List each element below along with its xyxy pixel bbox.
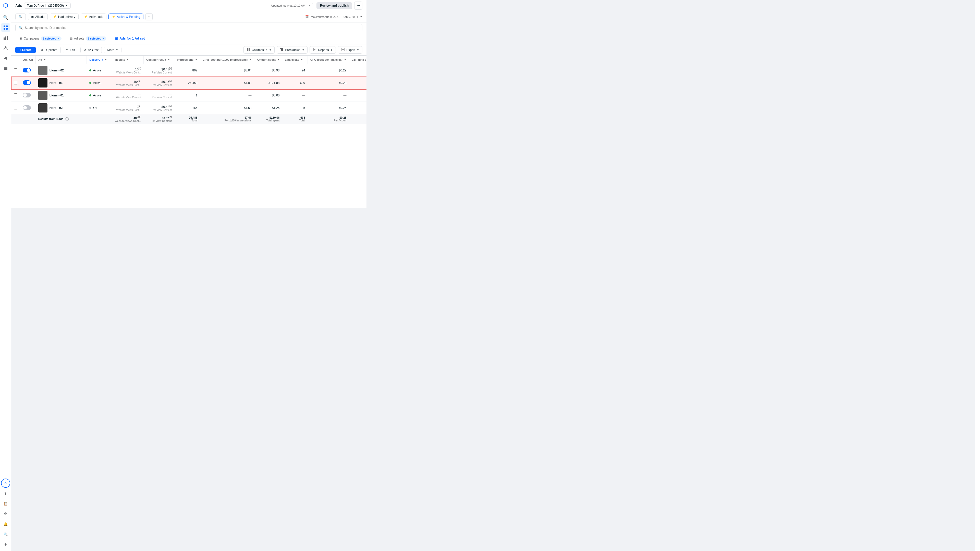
campaigns-icon: ▣ (19, 37, 22, 40)
create-button[interactable]: + Create (15, 47, 36, 53)
cpm-value: $7.03 (244, 81, 251, 85)
edit-label: Edit (70, 48, 75, 52)
toggle-cell[interactable] (20, 102, 36, 114)
refresh-button[interactable] (307, 2, 314, 9)
active-ads-filter[interactable]: ⚡ Active ads (81, 14, 107, 20)
ctr-cell: 2.78 (349, 64, 366, 77)
svg-rect-5 (5, 37, 6, 40)
cpc-value: $0.29 (339, 68, 346, 72)
toolbar-right: Columns: X ▼ Breakdown ▼ Reports ▼ (243, 46, 363, 54)
toggle-cell[interactable] (20, 64, 36, 77)
sidebar-icon-grid[interactable] (1, 23, 10, 32)
row-checkbox-cell[interactable] (11, 64, 20, 77)
sidebar-icon-menu[interactable] (1, 64, 10, 73)
row-checkbox[interactable] (14, 94, 18, 97)
ad-toggle[interactable] (23, 93, 31, 97)
more-options-button[interactable]: ••• (354, 2, 363, 10)
breakdown-button[interactable]: Breakdown ▼ (277, 46, 307, 54)
link-clicks-header[interactable]: Link clicks▼ (282, 56, 308, 64)
results-header[interactable]: Results▼ (112, 56, 144, 64)
impressions-cell: 166 (174, 102, 200, 114)
meta-logo[interactable]: ⬡ (0, 0, 11, 11)
breakdown-label: Breakdown (285, 48, 301, 52)
search-bar: 🔍 (11, 22, 366, 33)
main-wrapper: Ads Tom DuPree III (23645909) ▼ Updated … (11, 0, 366, 208)
export-button[interactable]: Export ▼ (338, 46, 363, 54)
sidebar-icon-chart[interactable] (1, 33, 10, 42)
delivery-cell: Off (87, 102, 112, 114)
date-range-selector[interactable]: 📅 Maximum: Aug 9, 2021 – Sep 9, 2024 ▼ (305, 15, 363, 18)
ab-test-label: A/B test (88, 48, 99, 52)
cpc-header[interactable]: CPC (cost per link click)▼ (308, 56, 349, 64)
tab-bar: ▣ Campaigns 1 selected ✕ ▦ Ad sets 1 sel… (11, 33, 366, 44)
row-checkbox-cell[interactable] (11, 89, 20, 102)
cost-per-result-header[interactable]: Cost per result▼ (144, 56, 174, 64)
sort-ascending-icon: ↑ (102, 59, 103, 61)
columns-button[interactable]: Columns: X ▼ (243, 46, 275, 54)
reports-button[interactable]: Reports ▼ (310, 46, 336, 54)
cost-sub: Per View Content (146, 71, 172, 74)
reports-label: Reports (318, 48, 329, 52)
cost-per-result-cell: $0.43[2] Per View Content (144, 64, 174, 77)
summary-link-clicks-value: 638 (301, 116, 305, 119)
ctr-header[interactable]: CTR (link click-through rate) (349, 56, 366, 64)
row-checkbox[interactable] (14, 81, 18, 84)
delivery-status: Active (93, 81, 102, 85)
svg-rect-9 (4, 68, 7, 68)
campaigns-tab[interactable]: ▣ Campaigns 1 selected ✕ (15, 33, 65, 44)
link-clicks-value: 5 (304, 106, 305, 110)
summary-results-value: 483[2] (134, 117, 141, 120)
select-all-header[interactable] (11, 56, 20, 64)
summary-toggle (20, 114, 36, 124)
summary-ctr: 2.50 Per Impressio... (349, 114, 366, 124)
ads-for-tab[interactable]: ▣ Ads for 1 Ad set (110, 33, 149, 44)
amount-spent-header[interactable]: Amount spent▼ (254, 56, 282, 64)
ad-toggle[interactable] (23, 68, 31, 73)
toggle-cell[interactable] (20, 77, 36, 89)
delivery-header[interactable]: Delivery↑▼ (87, 56, 112, 64)
summary-cpm-sub: Per 1,000 Impressions (203, 119, 251, 122)
impressions-header[interactable]: Impressions▼ (174, 56, 200, 64)
svg-rect-13 (248, 48, 250, 51)
ad-sets-clear-button[interactable]: ✕ (102, 37, 104, 40)
impressions-value: 24,459 (188, 81, 197, 85)
chevron-down-icon: ▼ (269, 49, 272, 51)
search-filter-button[interactable]: 🔍 (15, 14, 26, 20)
account-selector[interactable]: Tom DuPree III (23645909) ▼ (24, 3, 71, 9)
sort-caret: ▼ (44, 59, 46, 61)
ad-sets-tab[interactable]: ▦ Ad sets 1 selected ✕ (65, 33, 110, 44)
all-ads-filter[interactable]: ▣ All ads (28, 14, 48, 20)
duplicate-button[interactable]: ⧉ Duplicate (38, 47, 61, 53)
cpc-cell: $0.25 (308, 102, 349, 114)
ad-toggle[interactable] (23, 80, 31, 85)
chevron-down-icon: ▼ (116, 49, 118, 51)
status-dot (89, 107, 91, 109)
cpm-header[interactable]: CPM (cost per 1,000 impressions)▼ (200, 56, 254, 64)
select-all-checkbox[interactable] (14, 58, 18, 61)
sidebar-icon-search[interactable]: 🔍 (1, 13, 10, 22)
info-icon[interactable]: i (65, 118, 68, 121)
ab-test-button[interactable]: ⚗ A/B test (80, 47, 102, 53)
sidebar-icon-people[interactable] (1, 43, 10, 52)
ads-for-label: Ads for 1 Ad set (119, 37, 145, 40)
sort-caret: ▼ (168, 59, 170, 61)
row-checkbox-cell[interactable] (11, 77, 20, 89)
active-pending-icon: ⚡ (112, 15, 115, 18)
more-button[interactable]: More ▼ (104, 47, 121, 53)
row-checkbox[interactable] (14, 68, 18, 72)
search-input[interactable] (25, 26, 359, 30)
add-filter-button[interactable]: + (145, 13, 153, 21)
row-checkbox-cell[interactable] (11, 102, 20, 114)
sidebar-nav: 🔍 (1, 11, 10, 208)
edit-button[interactable]: ✏ Edit (63, 47, 79, 53)
campaigns-clear-button[interactable]: ✕ (57, 37, 59, 40)
sidebar-icon-megaphone[interactable] (1, 54, 10, 63)
results-cell: 464[2] Website Views Cont... (112, 77, 144, 89)
had-delivery-filter[interactable]: ⚡ Had delivery (50, 14, 79, 20)
ad-toggle[interactable] (23, 105, 31, 110)
amount-spent-value: $1.25 (272, 106, 280, 110)
review-publish-button[interactable]: Review and publish (317, 2, 352, 9)
active-pending-filter[interactable]: ⚡ Active & Pending (108, 14, 143, 20)
row-checkbox[interactable] (14, 106, 18, 110)
toggle-cell[interactable] (20, 89, 36, 102)
